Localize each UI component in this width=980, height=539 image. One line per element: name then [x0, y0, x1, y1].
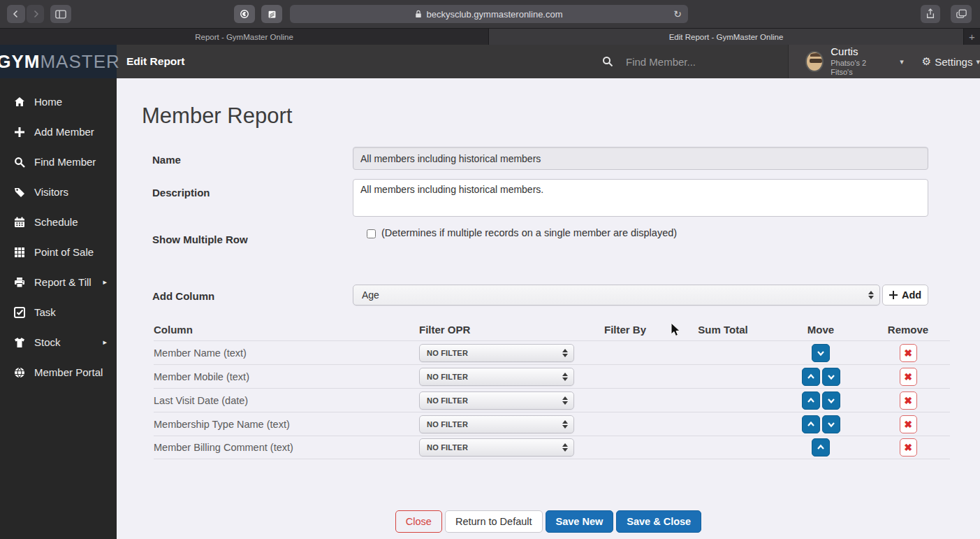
save-new-button[interactable]: Save New: [546, 510, 614, 533]
filter-opr-select[interactable]: NO FILTER: [419, 438, 574, 457]
add-column-select[interactable]: Age: [353, 285, 880, 306]
move-down-button[interactable]: [822, 391, 840, 410]
description-label: Description: [152, 187, 210, 199]
submenu-caret-icon: ▸: [103, 338, 107, 347]
back-icon[interactable]: [7, 5, 25, 23]
tab-report[interactable]: Report - GymMaster Online: [0, 29, 489, 45]
chevron-down-icon: [826, 396, 836, 405]
share-icon[interactable]: [921, 5, 940, 23]
report-title: Member Report: [142, 103, 292, 129]
filter-value: NO FILTER: [427, 396, 468, 405]
remove-button[interactable]: ✖: [900, 391, 917, 410]
select-stepper-icon: [562, 443, 568, 452]
sidebar-toggle-icon[interactable]: [50, 5, 71, 23]
sidebar-item-report-till[interactable]: Report & Till ▸: [0, 267, 117, 297]
filter-value: NO FILTER: [427, 373, 468, 381]
browser-toolbar: beckysclub.gymmasteronline.com ↻: [0, 0, 980, 28]
reload-icon[interactable]: ↻: [673, 8, 682, 20]
close-button[interactable]: Close: [395, 510, 442, 533]
multiple-row-checkbox[interactable]: [367, 229, 376, 238]
move-up-button[interactable]: [802, 368, 820, 386]
sidebar: Home Add Member Find Member Visitors Sch…: [0, 78, 117, 539]
find-member-input[interactable]: [626, 56, 766, 68]
sidebar-item-home[interactable]: Home: [0, 87, 117, 117]
chevron-up-icon: [816, 443, 826, 452]
sidebar-item-visitors[interactable]: Visitors: [0, 177, 117, 207]
remove-button[interactable]: ✖: [900, 368, 917, 386]
move-up-button[interactable]: [802, 391, 820, 410]
sidebar-item-stock[interactable]: Stock ▸: [0, 327, 117, 357]
search-icon: [602, 56, 613, 67]
sidebar-item-label: Add Member: [34, 126, 94, 138]
forward-icon[interactable]: [27, 5, 44, 23]
settings-caret-icon: ▾: [976, 57, 980, 66]
sidebar-item-point-of-sale[interactable]: Point of Sale: [0, 237, 117, 267]
header-column: Column: [154, 324, 419, 336]
tab-edit-report[interactable]: Edit Report - GymMaster Online: [489, 29, 964, 45]
column-name: Membership Type Name (text): [154, 419, 419, 430]
select-stepper-icon: [562, 373, 568, 381]
extension-icon[interactable]: [261, 5, 282, 23]
url-bar[interactable]: beckysclub.gymmasteronline.com ↻: [290, 5, 688, 23]
settings-label: Settings: [935, 56, 972, 68]
table-row: Last Visit Date (date) NO FILTER ✖: [154, 388, 950, 412]
add-button-label: Add: [902, 289, 921, 301]
chevron-down-icon: [826, 419, 836, 429]
column-name: Member Name (text): [154, 347, 419, 359]
columns-table: Column Filter OPR Filter By Sum Total Mo…: [154, 319, 950, 459]
move-down-button[interactable]: [822, 368, 840, 386]
tab-title: Edit Report - GymMaster Online: [669, 33, 784, 41]
sidebar-item-add-member[interactable]: Add Member: [0, 117, 117, 147]
name-input[interactable]: [353, 147, 928, 170]
sidebar-item-schedule[interactable]: Schedule: [0, 207, 117, 237]
return-to-default-button[interactable]: Return to Default: [445, 510, 543, 533]
sidebar-item-label: Task: [34, 306, 56, 318]
add-button[interactable]: Add: [882, 285, 928, 306]
tab-overview-icon[interactable]: [951, 5, 972, 23]
chevron-up-icon: [806, 396, 816, 405]
remove-button[interactable]: ✖: [900, 438, 917, 457]
chevron-down-icon: [826, 372, 836, 382]
url-text: beckysclub.gymmasteronline.com: [426, 9, 562, 20]
user-section[interactable]: Curtis Phatso's 2 Fitso's ▾ ⚙ Settings ▾: [788, 45, 980, 78]
gymmaster-logo[interactable]: GYMMASTER: [0, 45, 117, 78]
filter-opr-select[interactable]: NO FILTER: [419, 415, 574, 433]
close-icon: ✖: [904, 395, 912, 406]
globe-icon: [14, 367, 25, 378]
table-row: Member Name (text) NO FILTER ✖: [154, 340, 950, 364]
user-info: Curtis Phatso's 2 Fitso's: [831, 45, 882, 78]
remove-button[interactable]: ✖: [900, 344, 917, 362]
column-name: Last Visit Date (date): [154, 395, 419, 406]
filter-opr-select[interactable]: NO FILTER: [419, 344, 574, 362]
extension-icon[interactable]: [234, 5, 255, 23]
close-icon: ✖: [904, 371, 912, 382]
page-title: Edit Report: [126, 55, 185, 68]
remove-button[interactable]: ✖: [900, 415, 917, 433]
select-stepper-icon: [562, 420, 568, 429]
new-tab-button[interactable]: +: [964, 29, 980, 45]
move-down-button[interactable]: [812, 344, 830, 362]
shirt-icon: [14, 337, 25, 348]
description-textarea[interactable]: All members including historical members…: [353, 179, 928, 217]
chevron-up-icon: [806, 419, 816, 429]
plus-icon: [889, 291, 898, 299]
sidebar-item-label: Report & Till: [34, 276, 92, 288]
user-caret-icon[interactable]: ▾: [900, 57, 904, 66]
plus-icon: [14, 127, 25, 138]
user-club: Phatso's 2 Fitso's: [831, 59, 882, 78]
add-column-value: Age: [362, 289, 379, 301]
move-up-button[interactable]: [812, 438, 830, 457]
submenu-caret-icon: ▸: [103, 278, 107, 287]
filter-opr-select[interactable]: NO FILTER: [419, 391, 574, 410]
move-down-button[interactable]: [822, 415, 840, 433]
save-close-button[interactable]: Save & Close: [616, 510, 701, 533]
gear-icon: ⚙: [922, 55, 931, 68]
sidebar-item-member-portal[interactable]: Member Portal: [0, 357, 117, 387]
sidebar-item-task[interactable]: Task: [0, 297, 117, 327]
sidebar-item-find-member[interactable]: Find Member: [0, 147, 117, 177]
close-icon: ✖: [904, 347, 912, 359]
select-stepper-icon: [562, 396, 568, 405]
move-up-button[interactable]: [802, 415, 820, 433]
filter-opr-select[interactable]: NO FILTER: [419, 368, 574, 386]
settings-menu[interactable]: ⚙ Settings ▾: [922, 55, 980, 68]
